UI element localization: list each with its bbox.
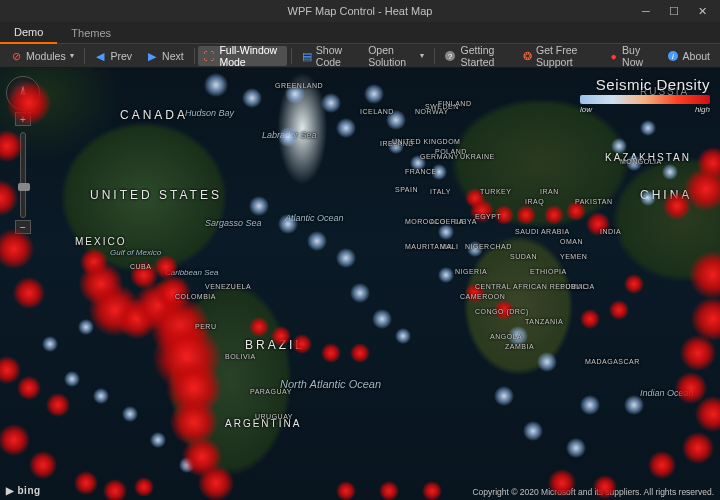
heat-point [662,164,678,180]
heat-point [336,248,356,268]
heat-point [89,284,141,336]
heat-point [410,155,426,171]
maximize-button[interactable]: ☐ [660,0,688,22]
next-button[interactable]: ▶ Next [140,46,190,66]
country-label-small: TURKEY [480,188,511,195]
heat-point [153,323,221,391]
heat-point [566,438,586,458]
heat-point [395,328,411,344]
heat-point [494,300,514,320]
heat-point [150,297,210,357]
heat-point [640,190,656,206]
country-label-small: FINLAND [438,100,471,107]
heat-point [292,334,312,354]
heat-point [626,155,642,171]
legend-title: Seismic Density [580,76,710,93]
lifebuoy-icon: ❂ [523,50,532,62]
heat-point [680,335,716,371]
full-window-mode-button[interactable]: ⛶ Full-Window Mode [198,46,287,66]
heat-point [640,120,656,136]
separator [84,48,85,64]
prev-icon: ◀ [94,50,106,62]
getting-started-button[interactable]: ? Getting Started [438,46,515,66]
show-code-button[interactable]: ▤ Show Code [296,46,360,66]
country-label-small: ETHIOPIA [530,268,567,275]
heat-point [336,481,356,500]
heat-point [364,84,384,104]
getting-started-label: Getting Started [460,44,509,68]
heat-point [46,393,70,417]
country-label-small: PAKISTAN [575,198,613,205]
compass-control[interactable] [6,76,40,110]
heat-point [78,319,94,335]
country-label-small: GERMANY [420,153,459,160]
prev-label: Prev [110,50,132,62]
country-label-small: IRAN [540,188,559,195]
zoom-out-button[interactable]: − [15,220,31,234]
next-icon: ▶ [146,50,158,62]
prev-button[interactable]: ◀ Prev [88,46,138,66]
title-bar: WPF Map Control - Heat Map ─ ☐ ✕ [0,0,720,22]
map-canvas[interactable]: + − CANADA UNITED STATES BRAZIL CHINA RU… [0,68,720,500]
tab-themes[interactable]: Themes [57,22,125,44]
heat-point [697,147,720,179]
map-nav-control: + − [6,76,40,236]
country-label-small: PERU [195,323,216,330]
heat-point [611,138,627,154]
water-label: North Atlantic Ocean [280,378,381,390]
heat-point [609,300,629,320]
country-label-small: ICELAND [360,108,394,115]
country-label-small: GREENLAND [275,82,323,89]
heat-point [388,138,404,154]
minimize-button[interactable]: ─ [632,0,660,22]
country-label-small: NIGERIA [455,268,487,275]
heat-point [648,451,676,479]
about-label: About [683,50,710,62]
zoom-slider[interactable] [20,132,26,218]
country-label: UNITED STATES [90,188,222,202]
minimize-icon: ─ [642,5,650,17]
heat-point [494,386,514,406]
fullscreen-icon: ⛶ [204,50,215,62]
country-label-small: MALI [440,243,458,250]
heat-point [242,88,262,108]
country-label-small: LIBYA [455,218,477,225]
about-button[interactable]: i About [661,46,716,66]
help-icon: ? [444,50,456,62]
heat-point [675,372,707,404]
heat-point [386,110,406,130]
modules-dropdown[interactable]: ⊘ Modules ▾ [4,46,80,66]
country-label-small: FRANCE [405,168,437,175]
country-label-small: ZAMBIA [505,343,534,350]
country-label-small: SWEDEN [425,103,459,110]
water-label: Atlantic Ocean [285,213,344,223]
water-label: Sargasso Sea [205,218,262,228]
heat-point [17,376,41,400]
window-title: WPF Map Control - Heat Map [288,5,433,17]
zoom-thumb[interactable] [18,183,30,191]
open-solution-label: Open Solution [368,44,416,68]
heat-point [179,457,195,473]
close-button[interactable]: ✕ [688,0,716,22]
legend-low: low [580,105,592,114]
country-label-small: ITALY [430,188,451,195]
free-support-button[interactable]: ❂ Get Free Support [517,46,601,66]
copyright-text: Copyright © 2020 Microsoft and its suppl… [472,487,714,497]
country-label-small: CHAD [490,243,512,250]
bing-label: bing [18,485,41,496]
country-label-small: MOROCCO [405,218,446,225]
country-label-small: VENEZUELA [205,283,251,290]
code-icon: ▤ [302,50,312,62]
tab-demo[interactable]: Demo [0,22,57,44]
buy-now-button[interactable]: ● Buy Now [603,46,658,66]
heat-point [695,396,720,432]
heat-point [249,196,269,216]
heat-point [684,167,720,211]
country-label-small: SOMALIA [560,283,595,290]
heat-point [465,283,485,303]
heat-point [249,317,269,337]
country-label: CANADA [120,108,188,122]
zoom-in-button[interactable]: + [15,112,31,126]
heat-point [624,395,644,415]
open-solution-dropdown[interactable]: Open Solution ▾ [362,46,430,66]
